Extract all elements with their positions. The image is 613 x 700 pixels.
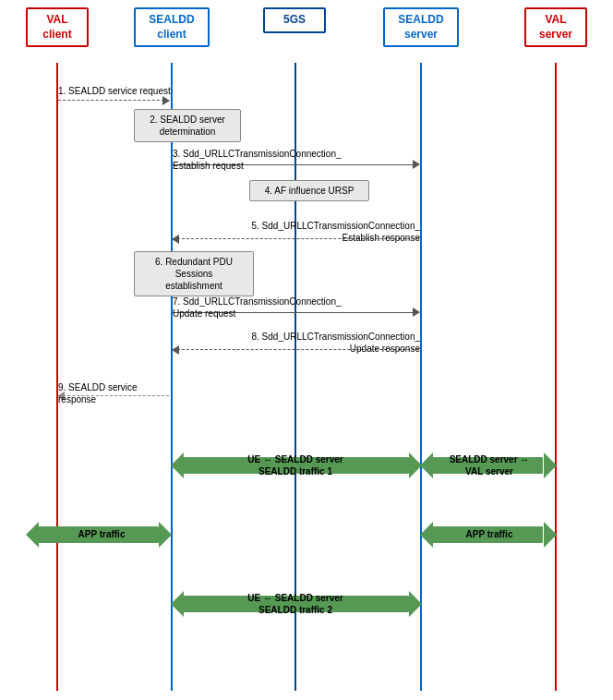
msg1-line bbox=[58, 100, 169, 101]
msg3-label: 3. Sdd_URLLCTransmissionConnection_Estab… bbox=[173, 148, 422, 172]
ue-sealdd-traffic-2-label: UE ↔ SEALDD serverSEALDD traffic 2 bbox=[185, 592, 406, 616]
actor-val-client: VALclient bbox=[26, 7, 89, 47]
msg5-arrowhead bbox=[172, 235, 179, 244]
lifeline-val-server bbox=[555, 63, 557, 691]
ue-sealdd-traffic-1-label: UE ↔ SEALDD serverSEALDD traffic 1 bbox=[185, 453, 406, 477]
sequence-diagram: VALclient SEALDDclient 5GS SEALDDserver … bbox=[0, 0, 613, 700]
app-traffic-left-label: APP traffic bbox=[37, 529, 166, 539]
msg7-label: 7. Sdd_URLLCTransmissionConnection_Updat… bbox=[173, 296, 422, 320]
msg5-label: 5. Sdd_URLLCTransmissionConnection_Estab… bbox=[222, 220, 420, 244]
actor-5gs: 5GS bbox=[263, 7, 326, 33]
msg8-arrowhead bbox=[172, 345, 179, 355]
process-box-6: 6. Redundant PDU Sessionsestablishment bbox=[134, 251, 254, 296]
msg1-arrowhead bbox=[162, 96, 170, 105]
app-traffic-right-label: APP traffic bbox=[421, 529, 558, 539]
process-box-2: 2. SEALDD serverdetermination bbox=[134, 109, 241, 142]
msg8-label: 8. Sdd_URLLCTransmissionConnection_Updat… bbox=[235, 331, 420, 355]
actor-sealdd-client: SEALDDclient bbox=[134, 7, 210, 47]
actor-val-server: VALserver bbox=[524, 7, 587, 47]
process-box-4: 4. AF influence URSP bbox=[249, 180, 369, 201]
actor-sealdd-server: SEALDDserver bbox=[383, 7, 459, 47]
msg9-label: 9. SEALDD serviceresponse bbox=[58, 381, 169, 405]
lifeline-val-client bbox=[56, 63, 58, 691]
msg1-label: 1. SEALDD service request bbox=[58, 85, 178, 97]
sealdd-val-label: SEALDD server ↔VAL server bbox=[421, 453, 558, 477]
